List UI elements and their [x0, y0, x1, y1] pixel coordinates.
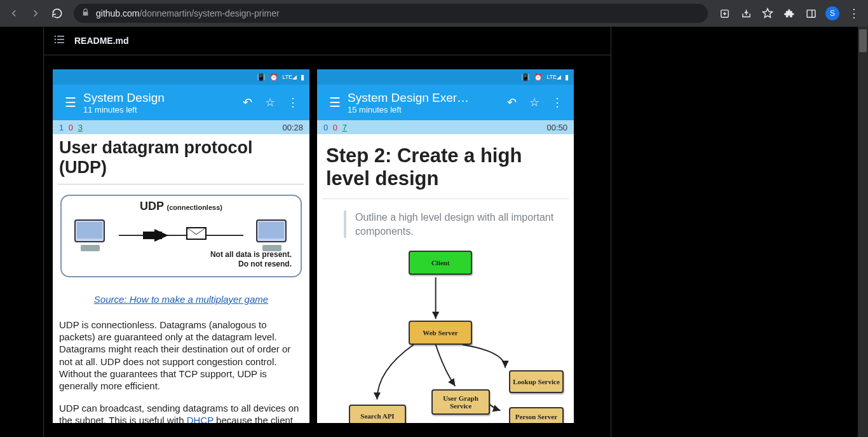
node-lookup-service: Lookup Service [509, 370, 564, 393]
more-icon[interactable]: ⋮ [546, 95, 569, 109]
hamburger-icon[interactable]: ☰ [58, 95, 83, 110]
signal-icon: LTE◢ [546, 74, 561, 80]
computer-icon [254, 219, 290, 251]
star-icon[interactable]: ☆ [259, 95, 281, 109]
count-again: 0 [323, 123, 328, 132]
svg-point-7 [55, 42, 57, 44]
file-name: README.md [74, 36, 129, 46]
signal-icon: LTE◢ [282, 74, 297, 80]
svg-point-5 [55, 39, 57, 41]
source-link[interactable]: Source: How to make a multiplayer game [58, 294, 304, 305]
share-icon[interactable] [737, 4, 755, 22]
svg-rect-4 [57, 36, 64, 37]
deck-title: System Design Exer… [348, 91, 500, 105]
deck-subtitle: 15 minutes left [348, 105, 500, 114]
udp-diagram: UDP (connectionless) Not all data is pre… [60, 195, 302, 277]
elapsed-timer: 00:28 [282, 123, 303, 132]
count-bar: 1 0 3 00:28 [53, 120, 309, 134]
address-bar[interactable]: github.com/donnemartin/system-design-pri… [74, 4, 708, 23]
undo-icon[interactable]: ↶ [236, 95, 259, 109]
chrome-menu-icon[interactable]: ⋮ [845, 4, 863, 22]
reload-button[interactable] [48, 4, 66, 22]
deck-subtitle: 11 minutes left [83, 105, 236, 114]
alarm-icon: ⏰ [534, 73, 543, 81]
node-web-server: Web Server [409, 321, 472, 345]
battery-icon: ▮ [301, 73, 304, 81]
vibrate-icon: 📳 [257, 73, 266, 81]
scrollbar-thumb[interactable] [859, 29, 867, 52]
star-icon[interactable]: ☆ [523, 95, 546, 109]
divider [322, 198, 569, 199]
node-client: Client [409, 251, 472, 275]
quote: Outline a high level design with all imp… [344, 211, 556, 238]
card-content-right: Step 2: Create a high level design Outli… [317, 134, 574, 423]
count-hard: 0 [69, 123, 73, 132]
count-bar: 0 0 7 00:50 [317, 120, 574, 134]
svg-rect-1 [807, 10, 815, 17]
envelope-icon [186, 227, 207, 240]
elapsed-timer: 00:50 [546, 123, 567, 132]
back-button[interactable] [5, 4, 23, 22]
paragraph-1: UDP is connectionless. Datagrams (analog… [58, 319, 304, 392]
transfer-line [119, 235, 243, 236]
phone-left: 📳 ⏰ LTE◢ ▮ ☰ System Design 11 minutes le… [53, 69, 309, 423]
computer-icon [72, 219, 109, 251]
phone-right: 📳 ⏰ LTE◢ ▮ ☰ System Design Exer… 15 minu… [317, 69, 574, 423]
divider [58, 184, 304, 184]
card-title: User datagram protocol (UDP) [58, 137, 304, 180]
hamburger-icon[interactable]: ☰ [322, 95, 348, 110]
file-header: README.md [44, 27, 611, 55]
vibrate-icon: 📳 [521, 73, 530, 81]
node-user-graph-service: User Graph Service [431, 389, 490, 415]
page: README.md 📳 ⏰ LTE◢ ▮ ☰ System Design 11 … [0, 27, 868, 437]
step-title: Step 2: Create a high level design [322, 137, 569, 195]
scrollbar[interactable] [858, 27, 868, 437]
svg-rect-6 [57, 39, 64, 40]
profile-avatar[interactable]: S [824, 4, 841, 22]
svg-rect-8 [57, 42, 64, 43]
forward-button[interactable] [27, 4, 44, 22]
alarm-icon: ⏰ [269, 73, 278, 81]
sidepanel-icon[interactable] [802, 4, 820, 22]
deck-title: System Design [83, 91, 236, 105]
readme-column: README.md 📳 ⏰ LTE◢ ▮ ☰ System Design 11 … [43, 27, 611, 437]
architecture-diagram: Client Web Server Lookup Service Person … [322, 251, 569, 423]
card-content-left: User datagram protocol (UDP) UDP (connec… [53, 134, 309, 423]
more-icon[interactable]: ⋮ [281, 95, 304, 109]
count-good: 7 [342, 123, 347, 132]
svg-point-3 [55, 36, 57, 38]
android-status-bar: 📳 ⏰ LTE◢ ▮ [317, 69, 574, 85]
android-status-bar: 📳 ⏰ LTE◢ ▮ [53, 69, 309, 85]
arrow-icon [154, 229, 168, 242]
app-bar-left: ☰ System Design 11 minutes left ↶ ☆ ⋮ [53, 85, 309, 120]
url-path: /donnemartin/system-design-primer [139, 8, 279, 18]
node-person-server: Person Server [509, 407, 564, 423]
toc-icon[interactable] [54, 35, 64, 46]
browser-toolbar: github.com/donnemartin/system-design-pri… [0, 0, 868, 27]
count-again: 1 [59, 123, 64, 132]
count-good: 3 [78, 123, 83, 132]
count-hard: 0 [333, 123, 337, 132]
url-host: github.com [96, 8, 139, 18]
install-app-icon[interactable] [715, 4, 733, 22]
undo-icon[interactable]: ↶ [500, 95, 523, 109]
paragraph-2: UDP can broadcast, sending datagrams to … [58, 402, 304, 423]
node-search-api: Search API [349, 405, 406, 423]
lock-icon [81, 8, 90, 18]
extensions-icon[interactable] [780, 4, 798, 22]
bookmark-star-icon[interactable] [759, 4, 776, 22]
app-bar-right: ☰ System Design Exer… 15 minutes left ↶ … [317, 85, 574, 120]
battery-icon: ▮ [565, 73, 569, 81]
dhcp-link[interactable]: DHCP [187, 415, 214, 423]
